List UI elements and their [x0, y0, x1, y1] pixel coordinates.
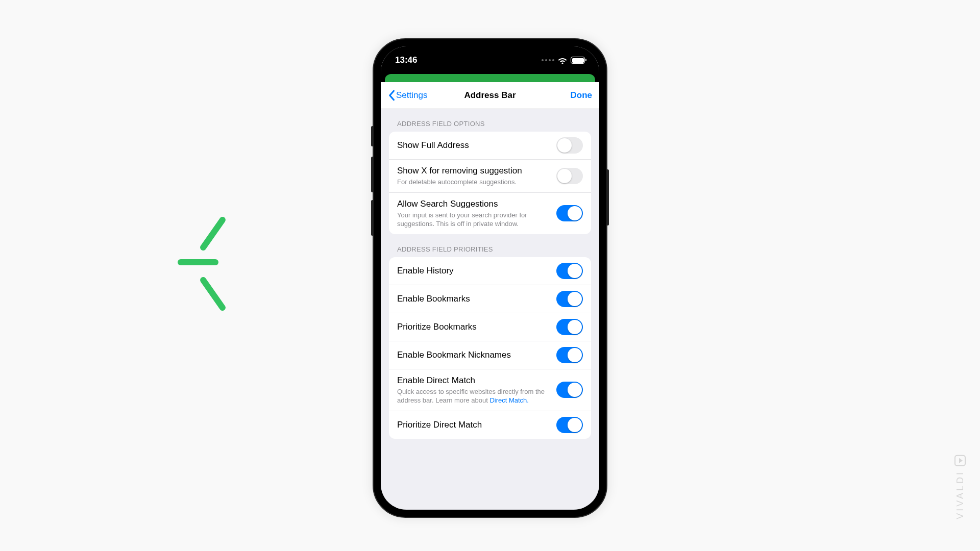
battery-icon [571, 57, 585, 64]
row-allow-search-suggestions: Allow Search Suggestions Your input is s… [389, 193, 591, 234]
done-button[interactable]: Done [571, 90, 593, 101]
section-header-options: ADDRESS FIELD OPTIONS [381, 109, 599, 132]
nav-header: Settings Address Bar Done [381, 82, 599, 109]
direct-match-link[interactable]: Direct Match. [489, 396, 529, 404]
vivaldi-logo-icon [954, 455, 966, 466]
row-description: Your input is sent to your search provid… [397, 211, 550, 229]
decoration-spark [199, 216, 227, 252]
phone-button [371, 157, 374, 192]
phone-notch [447, 46, 533, 64]
watermark-text: VIVALDI [955, 470, 966, 519]
toggle-prioritize-direct-match[interactable] [556, 417, 583, 433]
toggle-enable-direct-match[interactable] [556, 382, 583, 398]
row-description: Quick access to specific websites direct… [397, 387, 550, 405]
decoration-spark [178, 259, 218, 265]
back-button[interactable]: Settings [388, 90, 427, 101]
status-time: 13:46 [395, 55, 417, 65]
row-prioritize-direct-match: Prioritize Direct Match [389, 411, 591, 439]
row-enable-direct-match: Enable Direct Match Quick access to spec… [389, 369, 591, 411]
row-label: Enable Bookmarks [397, 293, 550, 305]
row-label: Show Full Address [397, 140, 550, 151]
toggle-allow-search-suggestions[interactable] [556, 205, 583, 221]
group-address-field-options: Show Full Address Show X for removing su… [389, 132, 591, 234]
row-enable-history: Enable History [389, 257, 591, 285]
row-enable-bookmark-nicknames: Enable Bookmark Nicknames [389, 341, 591, 369]
toggle-enable-bookmark-nicknames[interactable] [556, 347, 583, 363]
row-label: Enable Bookmark Nicknames [397, 349, 550, 361]
phone-button [371, 126, 374, 146]
vivaldi-watermark: VIVALDI [954, 455, 966, 519]
row-label: Prioritize Direct Match [397, 419, 550, 431]
toggle-show-full-address[interactable] [556, 137, 583, 154]
row-show-x-remove: Show X for removing suggestion For delet… [389, 160, 591, 193]
section-header-priorities: ADDRESS FIELD PRIORITIES [381, 234, 599, 257]
wifi-icon [558, 57, 567, 64]
row-label: Enable Direct Match [397, 375, 550, 386]
row-enable-bookmarks: Enable Bookmarks [389, 285, 591, 313]
phone-screen: 13:46 Settings Address Bar Done [381, 46, 599, 510]
toggle-enable-bookmarks[interactable] [556, 291, 583, 307]
phone-button [606, 169, 609, 226]
toggle-prioritize-bookmarks[interactable] [556, 319, 583, 335]
row-label: Allow Search Suggestions [397, 198, 550, 210]
settings-content[interactable]: ADDRESS FIELD OPTIONS Show Full Address … [381, 109, 599, 510]
toggle-enable-history[interactable] [556, 263, 583, 279]
row-label: Prioritize Bookmarks [397, 321, 550, 333]
row-description: For deletable autocomplete suggestions. [397, 178, 550, 187]
row-show-full-address: Show Full Address [389, 132, 591, 160]
phone-mockup: 13:46 Settings Address Bar Done [373, 38, 607, 518]
back-label: Settings [396, 90, 427, 101]
decoration-spark [199, 276, 227, 312]
row-label: Show X for removing suggestion [397, 165, 550, 177]
cellular-icon [542, 59, 554, 61]
phone-button [371, 200, 374, 236]
group-address-field-priorities: Enable History Enable Bookmarks Prioriti… [389, 257, 591, 439]
toggle-show-x-remove[interactable] [556, 168, 583, 184]
row-label: Enable History [397, 265, 550, 277]
chevron-left-icon [388, 90, 395, 101]
row-prioritize-bookmarks: Prioritize Bookmarks [389, 313, 591, 341]
